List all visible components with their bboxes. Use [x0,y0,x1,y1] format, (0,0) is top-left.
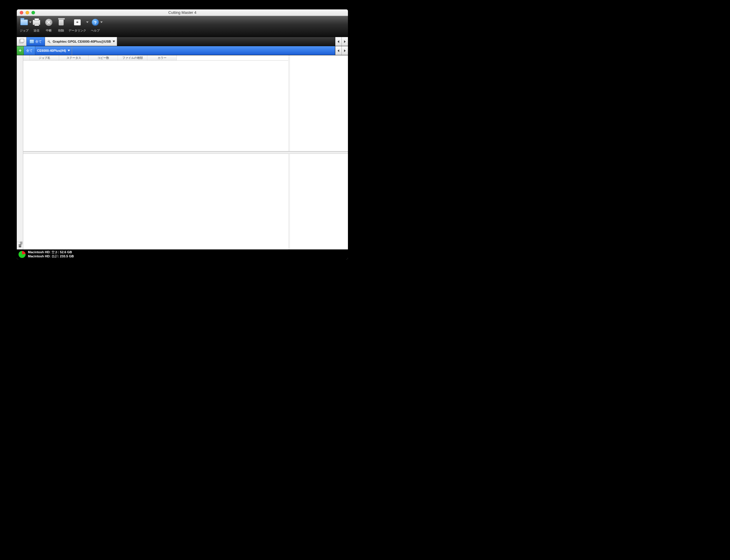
datalink-button-label: データリンク [69,29,86,33]
chevron-down-icon [113,41,115,42]
status-bar: Macintosh HD: 空き: 52.6 GB Macintosh HD: … [17,249,348,259]
column-color[interactable]: カラー [147,55,177,60]
queue-all-tab[interactable]: 全て [24,46,35,55]
help-button-label: ヘルプ [91,29,100,33]
job-button[interactable]: ジョブ [19,17,30,33]
help-icon: ? [91,18,100,27]
device-strip: 全て Graphtec GPGL CE6000-40Plus@USB [17,37,348,46]
window-title: Cutting Master 4 [17,10,348,15]
datalink-button[interactable]: ⚭ データリンク [68,17,87,33]
chevron-down-icon [86,21,89,23]
output-job-list[interactable]: ジョブ名 ステータス コピー数 ファイルの種類 カラー [23,55,290,151]
link-icon: ⚭ [73,18,82,27]
column-copies[interactable]: コピー数 [89,55,118,60]
output-preview-panel [290,55,348,151]
column-headers: ジョブ名 ステータス コピー数 ファイルの種類 カラー [23,55,288,61]
disk-total-line: Macintosh HD: 合計: 233.5 GB [28,254,74,259]
column-file-type[interactable]: ファイルの種類 [118,55,147,60]
queue-dropdown[interactable]: CE6000-40Plus(#4) [35,46,72,55]
queue-scroll-left-button[interactable] [335,46,341,55]
device-scroll-left-button[interactable] [335,37,341,46]
help-button[interactable]: ? ヘルプ [90,17,101,33]
send-button[interactable]: 送信 [31,17,42,33]
main-toolbar: ジョブ 送信 中断 削除 ⚭ データリンク [17,16,348,37]
send-button-label: 送信 [34,29,39,33]
folder-open-icon [20,18,29,27]
app-window: Cutting Master 4 ジョブ 送信 中断 削除 [17,9,348,259]
hold-rail-label[interactable]: 保留 [17,237,23,242]
abort-button[interactable]: 中断 [43,17,54,33]
device-scroll-arrows [335,37,348,46]
add-queue-button[interactable]: + [17,46,24,55]
device-all-tab[interactable]: 全て [26,37,45,46]
device-dropdown-label: Graphtec GPGL CE6000-40Plus@USB [53,40,111,43]
hold-rail: 保留 [17,154,23,250]
delete-button[interactable]: 削除 [56,17,67,33]
device-all-tab-label: 全て [35,39,42,44]
queue-scroll-arrows [335,46,348,55]
job-button-label: ジョブ [20,29,29,33]
abort-button-label: 中断 [46,29,52,33]
main-area: 出力 ジョブ名 ステータス コピー数 ファイルの種類 カラー [17,55,348,249]
chevron-down-icon [68,50,70,51]
device-icon [19,39,24,44]
folder-icon [29,39,34,44]
delete-button-label: 削除 [58,29,64,33]
printer-icon [32,18,41,27]
disk-usage-chart-icon [19,251,26,258]
device-scroll-right-button[interactable] [341,37,348,46]
titlebar: Cutting Master 4 [17,9,348,16]
hold-pane: 保留 [17,154,348,250]
column-status[interactable]: ステータス [59,55,89,60]
stop-icon [44,18,53,27]
hold-job-list[interactable] [23,154,290,250]
device-dropdown[interactable]: Graphtec GPGL CE6000-40Plus@USB [45,37,117,46]
queue-scroll-right-button[interactable] [341,46,348,55]
chevron-down-icon [100,21,103,23]
hold-preview-panel [290,154,348,250]
column-icon[interactable] [23,55,30,60]
queue-dropdown-label: CE6000-40Plus(#4) [37,49,66,52]
trash-icon [57,18,66,27]
horizontal-splitter[interactable] [17,151,348,154]
output-pane: 出力 ジョブ名 ステータス コピー数 ファイルの種類 カラー [17,55,348,151]
add-device-button[interactable] [17,37,26,46]
archive-icon[interactable] [17,242,23,249]
queue-all-tab-label: 全て [26,49,33,53]
disk-free-line: Macintosh HD: 空き: 52.6 GB [28,250,74,254]
wrench-icon [47,39,51,44]
output-side-rail [17,55,23,161]
queue-strip: + 全て CE6000-40Plus(#4) [17,46,348,55]
column-job-name[interactable]: ジョブ名 [30,55,59,60]
